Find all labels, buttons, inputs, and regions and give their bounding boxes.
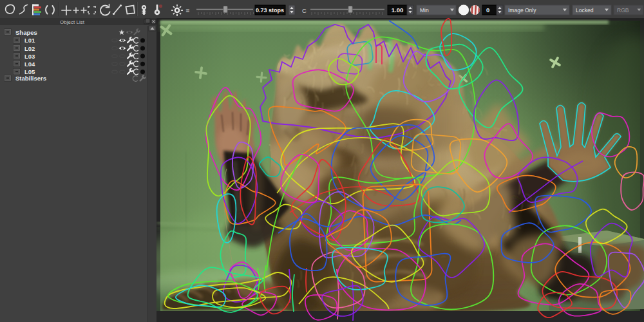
svg-text:Min: Min (420, 7, 429, 14)
svg-text:L03: L03 (24, 53, 35, 60)
svg-text:C: C (302, 7, 307, 14)
svg-text:1.00: 1.00 (392, 6, 404, 14)
svg-text:Shapes: Shapes (15, 29, 37, 36)
svg-text:0: 0 (486, 6, 489, 14)
svg-text:Stabilisers: Stabilisers (15, 75, 46, 82)
svg-text:RGB: RGB (617, 7, 629, 14)
svg-text:0.73 stops: 0.73 stops (256, 7, 284, 14)
svg-text:Image Only: Image Only (508, 7, 536, 14)
svg-text:L02: L02 (24, 45, 35, 52)
svg-text:Locked: Locked (576, 7, 594, 14)
svg-text:L04: L04 (24, 61, 35, 68)
svg-text:Object List: Object List (60, 19, 85, 25)
svg-text:L01: L01 (24, 37, 35, 44)
svg-text:≣: ≣ (185, 8, 190, 14)
